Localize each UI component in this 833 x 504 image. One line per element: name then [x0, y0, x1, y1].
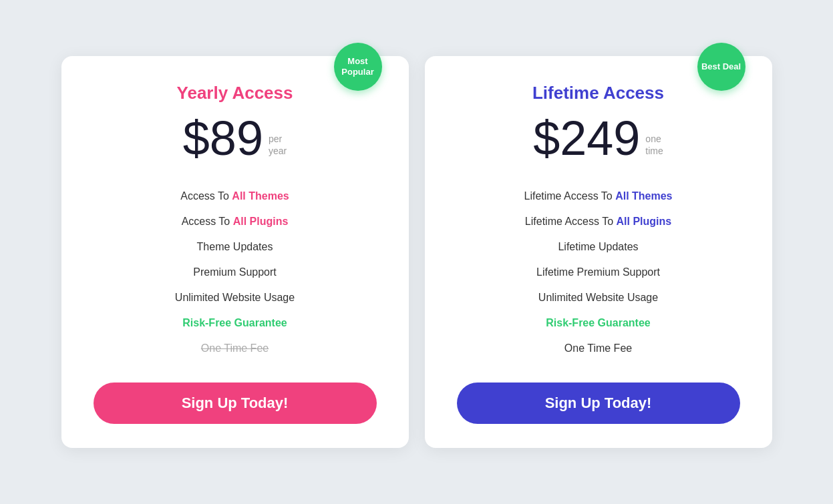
- features-list-lifetime: Lifetime Access To All ThemesLifetime Ac…: [457, 184, 740, 361]
- pricing-wrapper: Most PopularYearly Access$89peryearAcces…: [35, 16, 799, 488]
- list-item: One Time Fee: [457, 336, 740, 361]
- pricing-card-lifetime: Best DealLifetime Access$249onetimeLifet…: [425, 56, 772, 448]
- price-row-lifetime: $249onetime: [533, 114, 663, 162]
- list-item: Access To All Themes: [94, 184, 377, 209]
- list-item: Lifetime Access To All Plugins: [457, 209, 740, 234]
- price-period-yearly: peryear: [269, 133, 287, 162]
- list-item: Lifetime Access To All Themes: [457, 184, 740, 209]
- list-item: Risk-Free Guarantee: [457, 310, 740, 336]
- list-item: Access To All Plugins: [94, 209, 377, 234]
- list-item: One Time Fee: [94, 336, 377, 361]
- badge-lifetime: Best Deal: [697, 43, 745, 91]
- price-row-yearly: $89peryear: [183, 114, 287, 162]
- list-item: Premium Support: [94, 260, 377, 285]
- plan-title-lifetime: Lifetime Access: [532, 83, 664, 103]
- price-amount-lifetime: $249: [533, 114, 640, 162]
- list-item: Unlimited Website Usage: [457, 285, 740, 310]
- cta-button-yearly[interactable]: Sign Up Today!: [94, 383, 377, 424]
- features-list-yearly: Access To All ThemesAccess To All Plugin…: [94, 184, 377, 361]
- cta-button-lifetime[interactable]: Sign Up Today!: [457, 383, 740, 424]
- list-item: Lifetime Premium Support: [457, 260, 740, 285]
- list-item: Unlimited Website Usage: [94, 285, 377, 310]
- price-period-lifetime: onetime: [645, 133, 663, 162]
- list-item: Theme Updates: [94, 234, 377, 260]
- price-amount-yearly: $89: [183, 114, 263, 162]
- plan-title-yearly: Yearly Access: [177, 83, 293, 103]
- list-item: Risk-Free Guarantee: [94, 310, 377, 336]
- list-item: Lifetime Updates: [457, 234, 740, 260]
- badge-yearly: Most Popular: [334, 43, 382, 91]
- pricing-card-yearly: Most PopularYearly Access$89peryearAcces…: [61, 56, 409, 448]
